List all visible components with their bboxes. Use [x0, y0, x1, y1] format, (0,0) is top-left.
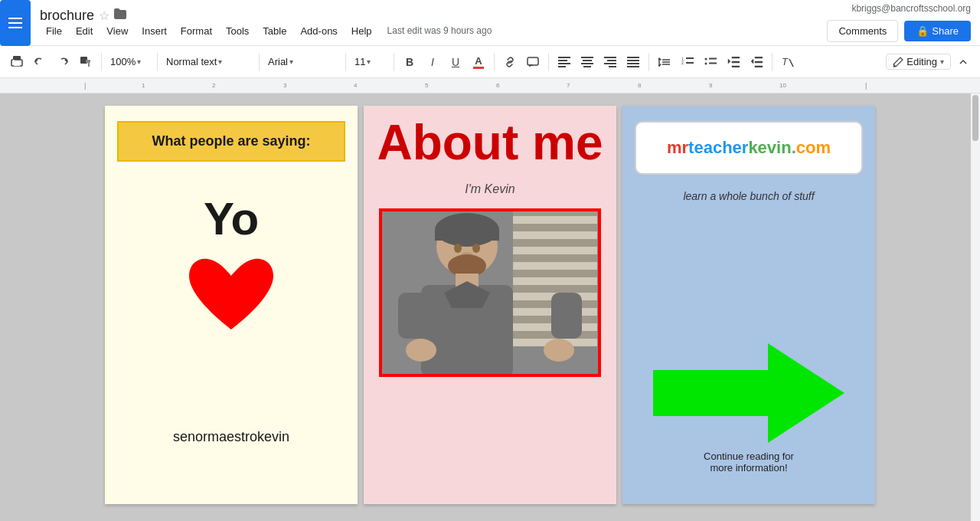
svg-rect-40 [732, 66, 740, 67]
svg-rect-67 [551, 293, 582, 339]
svg-rect-0 [8, 18, 22, 19]
style-value: Normal text [166, 56, 217, 67]
size-dropdown[interactable]: 11 ▾ [351, 51, 389, 73]
menu-table[interactable]: Table [256, 24, 292, 38]
svg-rect-43 [755, 66, 763, 67]
svg-rect-14 [558, 66, 566, 67]
zoom-dropdown[interactable]: 100% ▾ [106, 51, 152, 73]
svg-rect-20 [607, 60, 616, 61]
menu-insert[interactable]: Insert [136, 24, 173, 38]
bold-button[interactable]: B [399, 51, 420, 73]
divider-8 [648, 53, 649, 71]
last-edit: Last edit was 9 hours ago [387, 25, 492, 36]
svg-rect-41 [755, 57, 763, 58]
svg-point-36 [705, 62, 707, 64]
redo-button[interactable] [52, 51, 74, 73]
line-spacing-button[interactable] [654, 51, 675, 73]
svg-rect-5 [14, 63, 20, 66]
svg-rect-16 [583, 60, 592, 61]
paint-format-button[interactable] [75, 51, 96, 73]
divider-1 [101, 53, 102, 71]
menu-help[interactable]: Help [345, 24, 378, 38]
svg-rect-42 [755, 61, 763, 63]
doc-title[interactable]: brochure [40, 8, 94, 24]
svg-rect-17 [581, 63, 593, 64]
font-value: Arial [268, 56, 288, 67]
svg-rect-50 [513, 239, 597, 247]
svg-rect-33 [686, 62, 694, 64]
comment-button[interactable] [522, 51, 544, 73]
green-arrow-svg [653, 343, 844, 443]
heart-svg [181, 253, 281, 345]
divider-2 [157, 53, 158, 71]
svg-marker-70 [653, 343, 844, 443]
svg-point-69 [544, 339, 574, 362]
style-dropdown[interactable]: Normal text ▾ [162, 51, 254, 73]
pencil-icon [893, 57, 903, 67]
undo-button[interactable] [29, 51, 51, 73]
svg-rect-37 [709, 62, 717, 64]
svg-text:T: T [782, 56, 789, 67]
svg-rect-21 [604, 63, 616, 64]
ruler-mark: | [84, 82, 86, 90]
toolbar: 100% ▾ Normal text ▾ Arial ▾ 11 ▾ B I U … [0, 46, 980, 78]
link-button[interactable] [499, 51, 521, 73]
print-button[interactable] [6, 51, 28, 73]
menu-view[interactable]: View [100, 24, 134, 38]
svg-rect-26 [627, 66, 639, 67]
scrollbar[interactable] [971, 93, 980, 521]
folder-icon[interactable] [114, 8, 126, 22]
editing-mode-dropdown[interactable]: Editing ▾ [886, 54, 951, 70]
comments-button[interactable]: Comments [827, 20, 898, 42]
heart-graphic [105, 253, 358, 345]
svg-rect-66 [398, 293, 429, 339]
page1-yo-text: Yo [105, 192, 358, 245]
logo-mr: mr [667, 138, 688, 157]
underline-button[interactable]: U [445, 51, 466, 73]
star-icon[interactable]: ☆ [99, 8, 109, 23]
collapse-toolbar-button[interactable] [952, 51, 974, 73]
font-dropdown[interactable]: Arial ▾ [264, 51, 341, 73]
doc-title-row: brochure ☆ [40, 8, 827, 24]
menu-tools[interactable]: Tools [220, 24, 255, 38]
scrollbar-thumb[interactable] [972, 95, 978, 141]
menu-file[interactable]: File [40, 24, 68, 38]
align-left-button[interactable] [554, 51, 575, 73]
content-area: What people are saying: Yo senormaestrok… [0, 93, 980, 521]
menu-edit[interactable]: Edit [70, 24, 99, 38]
page3-logo-box: mrteacherkevin.com [635, 121, 863, 175]
header: brochure ☆ File Edit View Insert Format … [0, 0, 980, 46]
menu-addons[interactable]: Add-ons [294, 24, 343, 38]
format-clear-button[interactable]: T [777, 51, 799, 73]
share-button[interactable]: 🔒 Share [904, 21, 971, 41]
divider-5 [394, 53, 394, 71]
numbered-list-button[interactable]: 1. 2. [677, 51, 698, 73]
svg-rect-52 [513, 270, 597, 277]
svg-rect-19 [604, 57, 616, 58]
text-color-button[interactable]: A [468, 51, 489, 73]
menu-format[interactable]: Format [175, 24, 218, 38]
font-chevron: ▾ [289, 57, 293, 66]
svg-rect-24 [627, 60, 639, 61]
decrease-indent-button[interactable] [723, 51, 744, 73]
increase-indent-button[interactable] [746, 51, 767, 73]
svg-rect-51 [513, 254, 597, 262]
align-center-button[interactable] [577, 51, 598, 73]
arrow-container [638, 343, 860, 443]
bullet-list-button[interactable] [700, 51, 721, 73]
logo-kevin: kevin [748, 138, 791, 157]
italic-button[interactable]: I [422, 51, 443, 73]
svg-rect-6 [13, 60, 15, 61]
editing-chevron: ▾ [940, 57, 944, 66]
size-chevron: ▾ [367, 57, 371, 66]
svg-rect-2 [8, 27, 22, 28]
svg-rect-59 [435, 230, 499, 241]
svg-text:2.: 2. [681, 61, 684, 65]
app-menu-icon[interactable] [0, 0, 31, 46]
svg-rect-38 [732, 57, 740, 58]
page1-what-people-box: What people are saying: [117, 121, 345, 162]
align-right-button[interactable] [599, 51, 621, 73]
svg-line-45 [789, 59, 793, 67]
svg-point-34 [705, 57, 707, 60]
justify-button[interactable] [622, 51, 644, 73]
